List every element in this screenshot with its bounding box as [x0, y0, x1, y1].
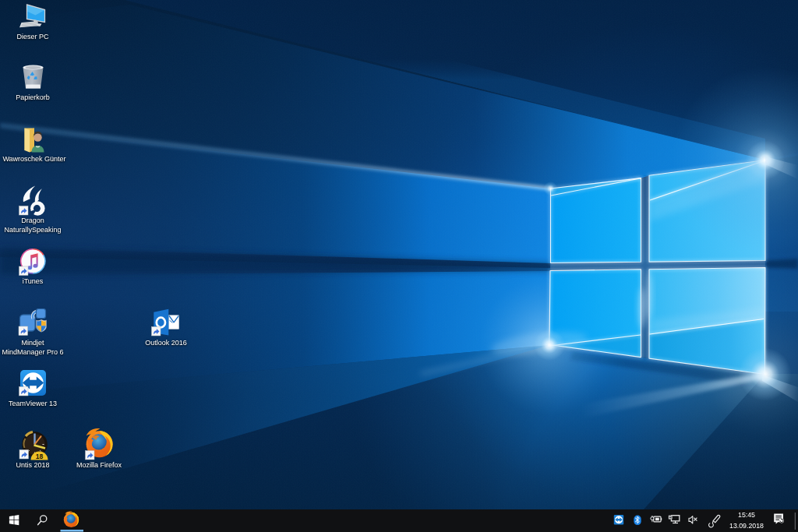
svg-text:18: 18 [36, 453, 44, 460]
